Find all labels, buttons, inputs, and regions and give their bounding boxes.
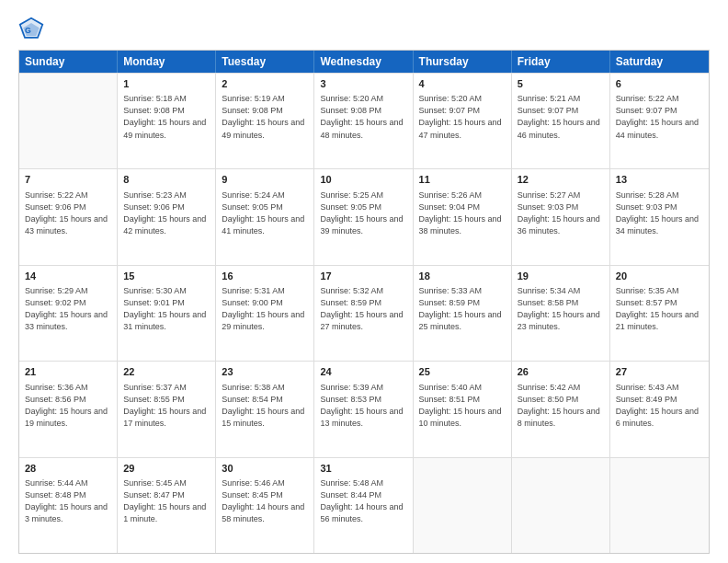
cell-info: Sunrise: 5:22 AMSunset: 9:06 PMDaylight:… [25, 190, 111, 237]
table-row: 26Sunrise: 5:42 AMSunset: 8:50 PMDayligh… [512, 362, 610, 456]
table-row: 8Sunrise: 5:23 AMSunset: 9:06 PMDaylight… [118, 169, 216, 264]
day-number: 11 [419, 173, 506, 187]
day-number: 6 [616, 77, 703, 91]
table-row: 21Sunrise: 5:36 AMSunset: 8:56 PMDayligh… [19, 362, 118, 456]
cell-info: Sunrise: 5:24 AMSunset: 9:05 PMDaylight:… [222, 190, 308, 237]
table-row: 2Sunrise: 5:19 AMSunset: 9:08 PMDaylight… [216, 74, 314, 168]
table-row: 7Sunrise: 5:22 AMSunset: 9:06 PMDaylight… [19, 169, 118, 264]
day-number: 7 [25, 173, 111, 187]
table-row: 12Sunrise: 5:27 AMSunset: 9:03 PMDayligh… [512, 169, 610, 264]
day-number: 15 [123, 270, 210, 283]
cell-info: Sunrise: 5:39 AMSunset: 8:53 PMDaylight:… [320, 382, 406, 430]
table-row: 27Sunrise: 5:43 AMSunset: 8:49 PMDayligh… [610, 362, 709, 456]
cell-info: Sunrise: 5:34 AMSunset: 8:58 PMDaylight:… [518, 285, 604, 333]
day-number: 18 [419, 270, 506, 283]
table-row: 24Sunrise: 5:39 AMSunset: 8:53 PMDayligh… [314, 362, 413, 456]
table-row: 31Sunrise: 5:48 AMSunset: 8:44 PMDayligh… [314, 458, 413, 553]
table-row: 15Sunrise: 5:30 AMSunset: 9:01 PMDayligh… [118, 266, 216, 361]
table-row: 29Sunrise: 5:45 AMSunset: 8:47 PMDayligh… [118, 458, 216, 553]
day-number: 13 [616, 173, 703, 187]
calendar-body: 1Sunrise: 5:18 AMSunset: 9:08 PMDaylight… [19, 73, 709, 553]
day-of-week-tuesday: Tuesday [216, 51, 314, 73]
day-number: 22 [123, 365, 210, 379]
table-row: 28Sunrise: 5:44 AMSunset: 8:48 PMDayligh… [19, 458, 118, 553]
calendar: SundayMondayTuesdayWednesdayThursdayFrid… [18, 50, 710, 554]
table-row: 1Sunrise: 5:18 AMSunset: 9:08 PMDaylight… [118, 74, 216, 168]
day-number: 3 [320, 77, 406, 91]
day-of-week-friday: Friday [512, 51, 610, 73]
calendar-page: G SundayMondayTuesdayWednesdayThursdayFr… [0, 0, 728, 563]
table-row [610, 458, 709, 553]
cell-info: Sunrise: 5:28 AMSunset: 9:03 PMDaylight:… [616, 190, 703, 237]
day-number: 31 [320, 462, 406, 476]
logo-icon: G [18, 17, 44, 42]
cell-info: Sunrise: 5:31 AMSunset: 9:00 PMDaylight:… [222, 285, 308, 333]
day-number: 25 [419, 365, 506, 379]
day-number: 21 [25, 365, 111, 379]
cell-info: Sunrise: 5:18 AMSunset: 9:08 PMDaylight:… [123, 93, 210, 141]
table-row: 13Sunrise: 5:28 AMSunset: 9:03 PMDayligh… [610, 169, 709, 264]
table-row: 9Sunrise: 5:24 AMSunset: 9:05 PMDaylight… [216, 169, 314, 264]
cell-info: Sunrise: 5:29 AMSunset: 9:02 PMDaylight:… [25, 285, 111, 333]
calendar-header: SundayMondayTuesdayWednesdayThursdayFrid… [19, 51, 709, 73]
day-number: 16 [222, 270, 308, 283]
cell-info: Sunrise: 5:19 AMSunset: 9:08 PMDaylight:… [222, 93, 308, 141]
day-number: 23 [222, 365, 308, 379]
table-row: 6Sunrise: 5:22 AMSunset: 9:07 PMDaylight… [610, 74, 709, 168]
day-number: 4 [419, 77, 506, 91]
cell-info: Sunrise: 5:38 AMSunset: 8:54 PMDaylight:… [222, 382, 308, 430]
table-row: 18Sunrise: 5:33 AMSunset: 8:59 PMDayligh… [414, 266, 512, 361]
table-row: 3Sunrise: 5:20 AMSunset: 9:08 PMDaylight… [314, 74, 413, 168]
cell-info: Sunrise: 5:45 AMSunset: 8:47 PMDaylight:… [123, 477, 210, 525]
table-row: 11Sunrise: 5:26 AMSunset: 9:04 PMDayligh… [414, 169, 512, 264]
day-number: 5 [518, 77, 604, 91]
table-row: 25Sunrise: 5:40 AMSunset: 8:51 PMDayligh… [414, 362, 512, 456]
table-row [19, 74, 118, 168]
table-row: 30Sunrise: 5:46 AMSunset: 8:45 PMDayligh… [216, 458, 314, 553]
day-number: 8 [123, 173, 210, 187]
day-number: 19 [518, 270, 604, 283]
cell-info: Sunrise: 5:25 AMSunset: 9:05 PMDaylight:… [320, 190, 406, 237]
day-of-week-monday: Monday [118, 51, 216, 73]
cell-info: Sunrise: 5:27 AMSunset: 9:03 PMDaylight:… [518, 190, 604, 237]
cell-info: Sunrise: 5:22 AMSunset: 9:07 PMDaylight:… [616, 93, 703, 141]
cell-info: Sunrise: 5:43 AMSunset: 8:49 PMDaylight:… [616, 382, 703, 430]
table-row [512, 458, 610, 553]
day-number: 9 [222, 173, 308, 187]
cell-info: Sunrise: 5:40 AMSunset: 8:51 PMDaylight:… [419, 382, 506, 430]
table-row: 5Sunrise: 5:21 AMSunset: 9:07 PMDaylight… [512, 74, 610, 168]
day-number: 30 [222, 462, 308, 476]
day-number: 10 [320, 173, 406, 187]
table-row: 22Sunrise: 5:37 AMSunset: 8:55 PMDayligh… [118, 362, 216, 456]
table-row: 23Sunrise: 5:38 AMSunset: 8:54 PMDayligh… [216, 362, 314, 456]
cell-info: Sunrise: 5:35 AMSunset: 8:57 PMDaylight:… [616, 285, 703, 333]
day-number: 29 [123, 462, 210, 476]
day-of-week-sunday: Sunday [19, 51, 118, 73]
day-of-week-wednesday: Wednesday [314, 51, 413, 73]
cell-info: Sunrise: 5:26 AMSunset: 9:04 PMDaylight:… [419, 190, 506, 237]
table-row: 10Sunrise: 5:25 AMSunset: 9:05 PMDayligh… [314, 169, 413, 264]
table-row: 16Sunrise: 5:31 AMSunset: 9:00 PMDayligh… [216, 266, 314, 361]
cell-info: Sunrise: 5:20 AMSunset: 9:08 PMDaylight:… [320, 93, 406, 141]
table-row: 20Sunrise: 5:35 AMSunset: 8:57 PMDayligh… [610, 266, 709, 361]
calendar-week-3: 14Sunrise: 5:29 AMSunset: 9:02 PMDayligh… [19, 265, 709, 361]
table-row: 17Sunrise: 5:32 AMSunset: 8:59 PMDayligh… [314, 266, 413, 361]
table-row: 4Sunrise: 5:20 AMSunset: 9:07 PMDaylight… [414, 74, 512, 168]
day-number: 26 [518, 365, 604, 379]
day-number: 17 [320, 270, 406, 283]
cell-info: Sunrise: 5:46 AMSunset: 8:45 PMDaylight:… [222, 477, 308, 525]
day-number: 28 [25, 462, 111, 476]
svg-text:G: G [25, 26, 31, 35]
cell-info: Sunrise: 5:48 AMSunset: 8:44 PMDaylight:… [320, 477, 406, 525]
table-row [414, 458, 512, 553]
cell-info: Sunrise: 5:44 AMSunset: 8:48 PMDaylight:… [25, 477, 111, 525]
day-number: 2 [222, 77, 308, 91]
day-number: 27 [616, 365, 703, 379]
logo: G [18, 17, 50, 42]
cell-info: Sunrise: 5:33 AMSunset: 8:59 PMDaylight:… [419, 285, 506, 333]
calendar-week-5: 28Sunrise: 5:44 AMSunset: 8:48 PMDayligh… [19, 457, 709, 553]
cell-info: Sunrise: 5:37 AMSunset: 8:55 PMDaylight:… [123, 382, 210, 430]
cell-info: Sunrise: 5:30 AMSunset: 9:01 PMDaylight:… [123, 285, 210, 333]
calendar-week-2: 7Sunrise: 5:22 AMSunset: 9:06 PMDaylight… [19, 168, 709, 264]
cell-info: Sunrise: 5:32 AMSunset: 8:59 PMDaylight:… [320, 285, 406, 333]
